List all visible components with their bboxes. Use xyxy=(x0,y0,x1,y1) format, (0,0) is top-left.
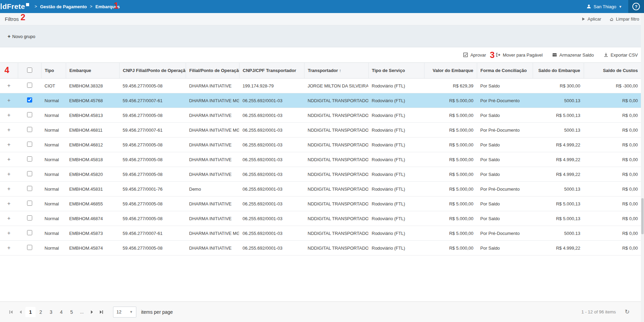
clear-filter-button[interactable]: Limpar filtro xyxy=(609,16,639,22)
column-header-cnpj-filial[interactable]: CNPJ Filial/Ponto de Operação xyxy=(119,63,186,79)
expand-row-icon[interactable]: + xyxy=(7,127,10,133)
new-group-button[interactable]: +Novo grupo xyxy=(8,33,35,39)
cell-valor-embarque: R$ 5.000,00 xyxy=(424,211,477,226)
cell-tipo: Normal xyxy=(41,196,66,211)
cell-tipo: CIOT xyxy=(41,79,66,93)
prev-page-button[interactable] xyxy=(16,307,25,317)
vertical-scrollbar[interactable] xyxy=(641,13,644,322)
store-balance-button[interactable]: Armazenar Saldo xyxy=(552,52,594,58)
pager: 1 2 3 4 5 ... 12 ▼ items per page 1 - 12… xyxy=(0,301,644,322)
column-header-tipo[interactable]: Tipo xyxy=(41,63,66,79)
table-row[interactable]: + Normal EMBHOM.45768 59.456.277/0007-61… xyxy=(0,93,641,108)
approve-button[interactable]: Aprovar xyxy=(463,52,486,58)
page-button-4[interactable]: 4 xyxy=(56,307,66,317)
row-checkbox[interactable] xyxy=(27,215,32,220)
chevron-down-icon: ▼ xyxy=(619,5,622,9)
cell-embarque: EMBHOM.45818 xyxy=(66,152,119,167)
eraser-icon xyxy=(609,17,614,21)
table-row[interactable]: + Normal EMBHOM.46812 59.456.277/0005-08… xyxy=(0,138,641,152)
page-button-1[interactable]: 1 xyxy=(25,307,36,317)
cell-valor-embarque: R$ 5.000,00 xyxy=(424,196,477,211)
scrollbar-thumb[interactable] xyxy=(641,198,644,234)
apply-filter-button[interactable]: Aplicar xyxy=(582,16,601,22)
cell-cnpj-filial: 59.456.277/0005-08 xyxy=(119,152,186,167)
table-row[interactable]: + Normal EMBHOM.45874 59.456.277/0005-08… xyxy=(0,241,641,255)
expand-row-icon[interactable]: + xyxy=(7,112,10,118)
expand-row-icon[interactable]: + xyxy=(7,171,10,177)
expand-row-icon[interactable]: + xyxy=(7,230,10,236)
column-header-transportador[interactable]: Transportador↑ xyxy=(304,63,368,79)
cell-embarque: EMBHOM.45813 xyxy=(66,108,119,123)
row-checkbox[interactable] xyxy=(27,142,32,147)
row-checkbox[interactable] xyxy=(27,127,32,132)
expand-row-icon[interactable]: + xyxy=(7,201,10,206)
expand-row-icon[interactable]: + xyxy=(7,215,10,221)
table-row[interactable]: + Normal EMBHOM.45818 59.456.277/0005-08… xyxy=(0,152,641,167)
user-menu[interactable]: San Thiago ▼ xyxy=(580,4,628,9)
user-icon xyxy=(586,4,591,9)
row-checkbox[interactable] xyxy=(27,112,32,117)
page-button-3[interactable]: 3 xyxy=(46,307,56,317)
table-row[interactable]: + Normal EMBHOM.45813 59.456.277/0005-08… xyxy=(0,108,641,123)
first-page-icon xyxy=(9,310,13,314)
cell-saldo-custos: R$ 0,00 xyxy=(584,226,641,241)
table-row[interactable]: + Normal EMBHOM.46811 59.456.277/0007-61… xyxy=(0,123,641,138)
cell-cnpj-filial: 59.456.277/0005-08 xyxy=(119,108,186,123)
page-button-5[interactable]: 5 xyxy=(66,307,77,317)
expand-row-icon[interactable]: + xyxy=(7,186,10,192)
first-page-button[interactable] xyxy=(6,307,16,317)
select-all-checkbox[interactable] xyxy=(27,68,32,73)
next-page-button[interactable] xyxy=(87,307,97,317)
expand-row-icon[interactable]: + xyxy=(7,156,10,162)
table-row[interactable]: + Normal EMBHOM.45831 59.456.277/0001-76… xyxy=(0,182,641,196)
column-header-valor-embarque[interactable]: Valor do Embarque xyxy=(424,63,477,79)
column-header-saldo-embarque[interactable]: Saldo do Embarque xyxy=(533,63,584,79)
more-pages-button[interactable]: ... xyxy=(77,309,87,314)
cell-transportador: NDDIGITAL TRANSPORTADORA xyxy=(304,167,368,182)
expand-row-icon[interactable]: + xyxy=(7,245,10,251)
refresh-icon[interactable]: ↻ xyxy=(625,308,630,315)
export-csv-button[interactable]: Exportar CSV xyxy=(604,52,638,58)
cell-cnpj-transportador: 06.255.692/0001-03 xyxy=(239,211,304,226)
page-size-dropdown[interactable]: 12 ▼ xyxy=(113,307,136,318)
move-to-payable-button[interactable]: Mover para Pagável xyxy=(496,52,543,58)
row-checkbox[interactable] xyxy=(27,97,32,103)
cell-tipo: Normal xyxy=(41,93,66,108)
cell-filial: DHARMA INITIATIVE xyxy=(186,79,239,93)
row-checkbox[interactable] xyxy=(27,201,32,206)
page-button-2[interactable]: 2 xyxy=(36,307,46,317)
column-header-forma-conciliacao[interactable]: Forma de Conciliação xyxy=(477,63,533,79)
expand-row-icon[interactable]: + xyxy=(7,142,10,147)
column-header-tipo-servico[interactable]: Tipo de Serviço xyxy=(368,63,424,79)
table-row[interactable]: + Normal EMBHOM.46874 59.456.277/0005-08… xyxy=(0,211,641,226)
column-header-saldo-custos[interactable]: Saldo de Custos xyxy=(584,63,641,79)
row-checkbox[interactable] xyxy=(27,171,32,176)
store-balance-label: Armazenar Saldo xyxy=(559,52,594,58)
column-header-filial[interactable]: Filial/Ponto de Operação xyxy=(186,63,239,79)
last-page-button[interactable] xyxy=(97,307,106,317)
row-checkbox[interactable] xyxy=(27,83,32,88)
breadcrumb-item-gestao[interactable]: Gestão de Pagamento xyxy=(40,4,87,9)
row-checkbox[interactable] xyxy=(27,245,32,250)
table-row[interactable]: + Normal EMBHOM.45873 59.456.277/0007-61… xyxy=(0,226,641,241)
select-all-header xyxy=(18,63,41,79)
cell-tipo-servico: Rodoviário (FTL) xyxy=(368,182,424,196)
cell-cnpj-transportador: 06.255.692/0001-03 xyxy=(239,167,304,182)
table-row[interactable]: + CIOT EMBHOM.38328 59.456.277/0005-08 D… xyxy=(0,79,641,93)
cell-tipo-servico: Rodoviário (FTL) xyxy=(368,226,424,241)
expand-row-icon[interactable]: + xyxy=(7,97,10,103)
row-checkbox[interactable] xyxy=(27,156,32,162)
help-button[interactable]: ? xyxy=(628,0,644,13)
table-row[interactable]: + Normal EMBHOM.46855 59.456.277/0005-08… xyxy=(0,196,641,211)
column-header-cnpj-transportador[interactable]: CNPJ/CPF Transportador xyxy=(239,63,304,79)
expand-row-icon[interactable]: + xyxy=(7,83,10,88)
table-row[interactable]: + Normal EMBHOM.45820 59.456.277/0005-08… xyxy=(0,167,641,182)
cell-cnpj-filial: 59.456.277/0005-08 xyxy=(119,79,186,93)
cell-valor-embarque: R$ 5.000,00 xyxy=(424,226,477,241)
play-icon xyxy=(582,17,585,21)
help-icon: ? xyxy=(632,3,640,10)
user-name: San Thiago xyxy=(594,4,616,9)
row-checkbox[interactable] xyxy=(27,230,32,235)
column-header-embarque[interactable]: Embarque xyxy=(66,63,119,79)
row-checkbox[interactable] xyxy=(27,186,32,191)
